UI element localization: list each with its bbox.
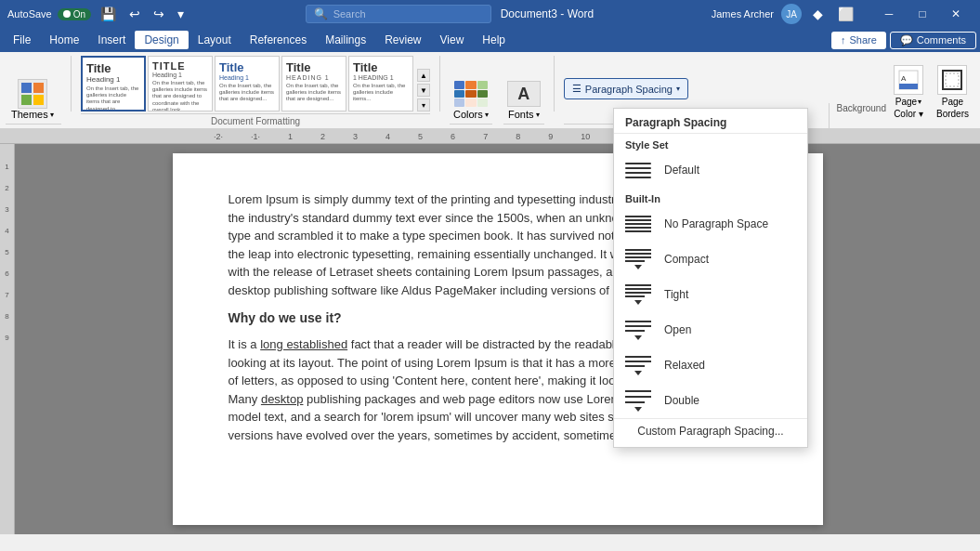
paragraph-spacing-dropdown: Paragraph Spacing Style Set Default Buil… (613, 108, 808, 448)
window-controls: ─ □ ✕ (872, 0, 973, 28)
compact-label: Compact (664, 253, 709, 266)
avatar: JA (781, 4, 802, 24)
compact-option[interactable]: Compact (614, 242, 807, 277)
autosave-toggle[interactable]: On (58, 8, 91, 20)
para2-pre: It is a (229, 337, 261, 351)
close-button[interactable]: ✕ (939, 0, 973, 28)
double-label: Double (664, 394, 699, 407)
search-box[interactable]: 🔍 (306, 5, 491, 23)
relaxed-label: Relaxed (664, 359, 705, 372)
style-sets-content: Title Heading 1 On the Insert tab, the g… (81, 56, 430, 112)
fonts-group: A Fonts ▾ (498, 56, 550, 128)
para2-link[interactable]: long established (260, 337, 347, 351)
custom-spacing-option[interactable]: Custom Paragraph Spacing... (614, 418, 807, 443)
themes-button[interactable]: Themes ▾ (6, 77, 59, 122)
para-spacing-icon: ☰ (572, 83, 581, 95)
double-option[interactable]: Double (614, 383, 807, 418)
user-name: James Archer (712, 8, 774, 20)
open-label: Open (664, 323, 691, 336)
style-thumb-4[interactable]: Title HEADING 1 On the Insert tab, the g… (281, 56, 346, 112)
style-thumb-2[interactable]: TITLE Heading 1 On the Insert tab, the g… (148, 56, 213, 112)
scroll-arrows: ▲ ▼ ▾ (417, 69, 430, 112)
built-in-label: Built-In (614, 188, 807, 206)
style-thumb-5[interactable]: Title 1 HEADING 1 On the Insert tab, the… (348, 56, 413, 112)
menu-design[interactable]: Design (135, 31, 188, 49)
no-para-space-option[interactable]: No Paragraph Space (614, 206, 807, 242)
svg-rect-2 (21, 95, 32, 105)
themes-group-title (6, 124, 61, 128)
share-button[interactable]: ↑ Share (831, 32, 886, 49)
scroll-down-button[interactable]: ▼ (417, 84, 430, 97)
ruler: ·2· ·1· 1 2 3 4 5 6 7 8 9 10 11 (0, 129, 980, 144)
paragraph-spacing-button[interactable]: ☰ Paragraph Spacing ▾ (564, 78, 688, 99)
menu-view[interactable]: View (431, 31, 474, 49)
page-borders-button[interactable]: Page Borders (931, 63, 974, 121)
colors-button[interactable]: Colors ▾ (450, 79, 492, 122)
autosave-label: AutoSave (7, 8, 52, 20)
svg-rect-1 (33, 83, 44, 93)
menu-layout[interactable]: Layout (189, 31, 241, 49)
fonts-label: Fonts (508, 109, 534, 120)
svg-rect-3 (33, 95, 44, 105)
search-input[interactable] (333, 8, 473, 20)
page-color-chevron-icon: ▾ (918, 98, 921, 106)
search-icon: 🔍 (314, 7, 328, 20)
open-option[interactable]: Open (614, 312, 807, 348)
no-para-space-label: No Paragraph Space (664, 217, 768, 230)
default-option[interactable]: Default (614, 152, 807, 188)
relaxed-option[interactable]: Relaxed (614, 348, 807, 383)
title-bar-right: James Archer JA ◆ ⬜ ─ □ ✕ (712, 0, 973, 28)
diamond-icon[interactable]: ◆ (809, 5, 827, 23)
document-content: Lorem Ipsum is simply dummy text of the … (15, 144, 980, 534)
colors-label: Colors (453, 109, 483, 120)
tight-option[interactable]: Tight (614, 277, 807, 312)
page-color-icon: A (894, 65, 923, 95)
scroll-up-button[interactable]: ▲ (417, 69, 430, 82)
style-thumb-1[interactable]: Title Heading 1 On the Insert tab, the g… (81, 56, 146, 112)
themes-content: Themes ▾ (6, 56, 61, 122)
svg-rect-0 (21, 83, 32, 93)
colors-group-label (450, 124, 492, 128)
compact-icon (625, 246, 655, 272)
autosave-state: On (73, 9, 85, 20)
colors-swatch (454, 81, 488, 107)
comments-button[interactable]: 💬 Comments (890, 32, 976, 49)
colors-chevron-icon: ▾ (485, 111, 489, 119)
menu-mailings[interactable]: Mailings (316, 31, 375, 49)
doc-formatting-label: Document Formatting (81, 113, 430, 128)
undo-icon[interactable]: ↩ (125, 5, 144, 23)
menu-insert[interactable]: Insert (88, 31, 135, 49)
themes-chevron-icon: ▾ (50, 111, 54, 119)
default-label: Default (664, 164, 699, 177)
restore-icon[interactable]: ⬜ (834, 5, 857, 23)
maximize-button[interactable]: □ (906, 0, 939, 28)
fonts-content: A Fonts ▾ (503, 56, 544, 122)
svg-rect-5 (899, 84, 918, 89)
custom-spacing-label: Custom Paragraph Spacing... (637, 425, 783, 438)
menu-references[interactable]: References (241, 31, 316, 49)
para2-link2[interactable]: desktop (261, 392, 304, 406)
style-thumb-3[interactable]: Title Heading 1 On the Insert tab, the g… (215, 56, 280, 112)
menu-file[interactable]: File (4, 31, 40, 49)
fonts-group-label (503, 124, 544, 128)
scroll-more-button[interactable]: ▾ (417, 98, 430, 112)
menu-bar: File Home Insert Design Layout Reference… (0, 28, 980, 52)
more-icon[interactable]: ▾ (174, 5, 188, 23)
menu-review[interactable]: Review (375, 31, 430, 49)
menu-home[interactable]: Home (40, 31, 88, 49)
comments-icon: 💬 (900, 34, 913, 46)
themes-label: Themes (11, 109, 48, 120)
fonts-icon: A (507, 81, 541, 107)
save-icon[interactable]: 💾 (97, 5, 120, 23)
colors-group: Colors ▾ (444, 56, 498, 128)
page-color-label: Page (895, 97, 917, 107)
ribbon-divider-3 (554, 56, 555, 112)
page-color-button[interactable]: A Page ▾ Color ▾ (888, 63, 929, 121)
menu-help[interactable]: Help (473, 31, 515, 49)
redo-icon[interactable]: ↪ (150, 5, 168, 23)
fonts-letter: A (517, 85, 529, 104)
title-bar-left: AutoSave On 💾 ↩ ↪ ▾ (7, 5, 188, 23)
fonts-button[interactable]: A Fonts ▾ (503, 79, 544, 122)
fonts-chevron-icon: ▾ (536, 111, 540, 119)
minimize-button[interactable]: ─ (872, 0, 906, 28)
